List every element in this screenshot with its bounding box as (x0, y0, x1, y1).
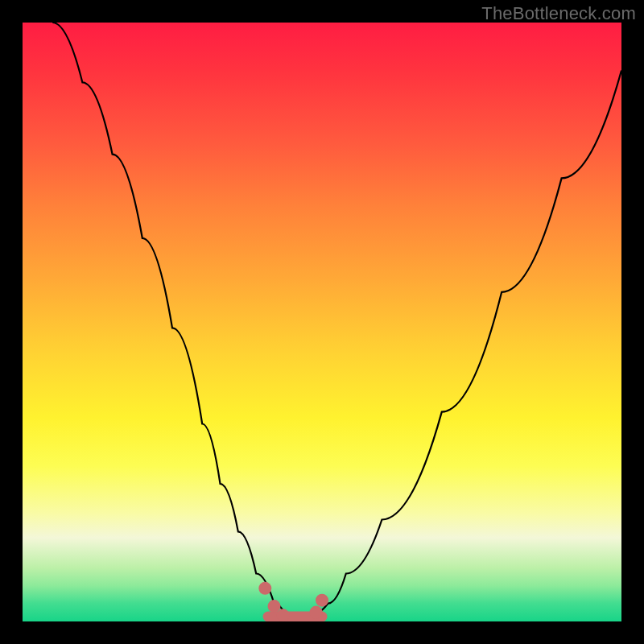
bottleneck-curve (52, 23, 621, 621)
marker-dot (316, 594, 328, 607)
watermark-text: TheBottleneck.com (481, 3, 636, 24)
marker-dot (258, 582, 271, 595)
marker-dot (277, 609, 290, 621)
plot-area (23, 23, 621, 621)
marker-dot (310, 606, 323, 619)
curve-svg (23, 23, 621, 621)
chart-frame: TheBottleneck.com (0, 0, 644, 644)
